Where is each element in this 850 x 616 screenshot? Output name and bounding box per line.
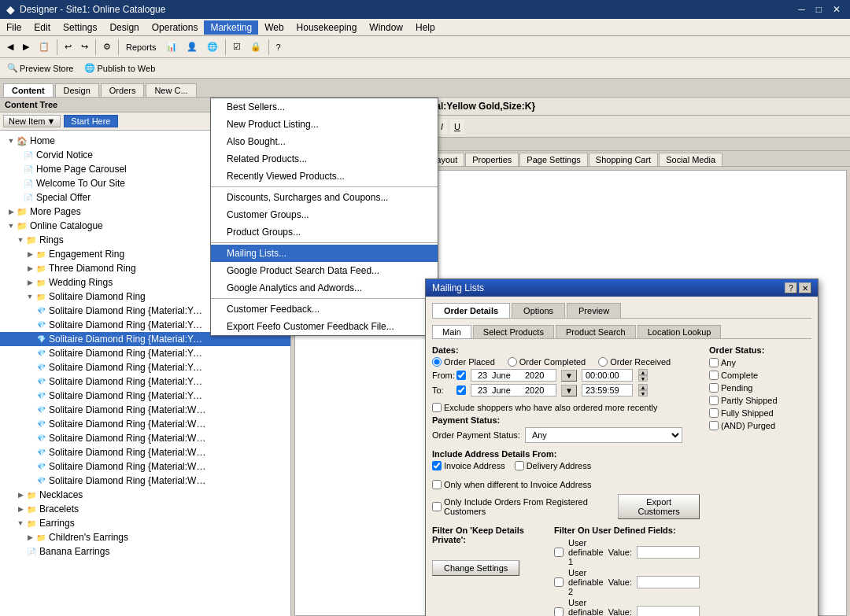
toolbar-copy[interactable]: 📋 [35,39,54,54]
toolbar-undo[interactable]: ↩ [61,39,76,54]
subtab-shopping-cart[interactable]: Shopping Cart [589,153,658,166]
to-calendar-btn[interactable]: ▼ [561,385,577,397]
close-btn[interactable]: ✕ [830,4,844,15]
menu-best-sellers[interactable]: Best Sellers... [211,98,438,116]
format-underline[interactable]: U [450,120,464,134]
menu-customer-feedback[interactable]: Customer Feedback... [211,301,438,318]
menu-export-feefo[interactable]: Export Feefo Customer Feedback File... [211,318,438,335]
radio-order-placed[interactable]: Order Placed [432,357,495,367]
to-checkbox[interactable] [456,385,466,395]
publish-to-web-btn[interactable]: 🌐 Publish to Web [80,61,159,76]
tree-item-sol-9[interactable]: 💎 Solitaire Diamond Ring {Material:White… [0,417,290,431]
to-month-input[interactable] [492,385,523,395]
toolbar-reports[interactable]: Reports [122,40,161,54]
from-calendar-btn[interactable]: ▼ [561,370,577,382]
tab-design[interactable]: Design [55,83,99,97]
subtab-page-settings[interactable]: Page Settings [519,153,588,166]
tree-item-sol-12[interactable]: 💎 Solitaire Diamond Ring {Material:White… [0,459,290,474]
toolbar-settings[interactable]: ⚙ [99,39,115,54]
status-complete-checkbox[interactable] [709,371,719,380]
menu-help[interactable]: Help [409,20,442,35]
payment-status-select[interactable]: Any [525,427,682,443]
dialog-tab-preview[interactable]: Preview [567,303,621,318]
status-complete-label[interactable]: Complete [709,371,811,380]
value-input-1[interactable] [637,546,700,559]
status-fully-shipped-checkbox[interactable] [709,408,719,418]
user-def-1-checkbox[interactable] [554,548,564,557]
expand-icon-wedding[interactable]: ▶ [25,278,35,287]
toolbar-help[interactable]: ? [272,40,285,54]
maximize-btn[interactable]: □ [813,4,825,15]
expand-icon-necklaces[interactable]: ▶ [16,490,25,500]
only-registered-checkbox[interactable] [432,502,442,511]
menu-google-analytics[interactable]: Google Analytics and Adwords... [211,279,438,297]
status-any-label[interactable]: Any [709,358,811,367]
invoice-address-label[interactable]: Invoice Address [432,461,505,470]
status-fully-shipped-label[interactable]: Fully Shipped [709,408,811,418]
status-any-checkbox[interactable] [709,358,719,367]
status-and-purged-label[interactable]: (AND) Purged [709,421,811,430]
only-when-different-checkbox[interactable] [432,480,442,489]
value-input-3[interactable] [637,606,700,616]
expand-icon-rings[interactable]: ▼ [16,235,25,245]
from-time-input[interactable] [586,371,629,380]
exclude-checkbox[interactable] [432,403,442,412]
tree-item-sol-13[interactable]: 💎 Solitaire Diamond Ring {Material:White… [0,474,290,488]
from-time-up[interactable]: ▲ [638,369,648,375]
dialog-subtab-location-lookup[interactable]: Location Lookup [638,325,722,338]
radio-order-completed-input[interactable] [508,357,517,367]
menu-design[interactable]: Design [103,20,145,35]
to-time-input[interactable] [586,385,629,395]
subtab-properties[interactable]: Properties [465,153,519,166]
radio-order-completed[interactable]: Order Completed [508,357,586,367]
tree-item-bracelets[interactable]: ▶ 📁 Bracelets [0,502,290,516]
menu-mailing-lists[interactable]: Mailing Lists... [211,245,438,262]
tree-item-sol-10[interactable]: 💎 Solitaire Diamond Ring {Material:White… [0,431,290,445]
tree-item-sol-6[interactable]: 💎 Solitaire Diamond Ring {Material:Yello… [0,374,290,389]
menu-google-feed[interactable]: Google Product Search Data Feed... [211,262,438,279]
status-partly-shipped-checkbox[interactable] [709,396,719,405]
menu-marketing[interactable]: Marketing [204,20,258,35]
expand-icon-solitaire[interactable]: ▼ [25,292,35,301]
expand-icon-home[interactable]: ▼ [6,136,16,146]
menu-product-groups[interactable]: Product Groups... [211,223,438,241]
tree-item-sol-8[interactable]: 💎 Solitaire Diamond Ring {Material:White… [0,403,290,417]
user-def-2-checkbox[interactable] [554,577,564,587]
start-here-button[interactable]: Start Here [64,115,117,127]
dialog-close-btn[interactable]: ✕ [799,282,811,293]
preview-store-btn[interactable]: 🔍 Preview Store [3,61,77,76]
status-and-purged-checkbox[interactable] [709,421,719,430]
dialog-subtab-product-search[interactable]: Product Search [556,325,636,338]
radio-order-received[interactable]: Order Received [598,357,671,367]
dialog-tab-order-details[interactable]: Order Details [432,303,510,318]
radio-order-received-input[interactable] [598,357,608,367]
toolbar-chart[interactable]: 📊 [162,39,181,54]
from-month-input[interactable] [492,371,523,380]
expand-icon-bracelets[interactable]: ▶ [16,504,25,514]
minimize-btn[interactable]: ─ [795,4,808,15]
from-year-input[interactable] [525,371,552,380]
menu-discounts[interactable]: Discounts, Surcharges and Coupons... [211,189,438,206]
dialog-subtab-main[interactable]: Main [432,325,471,338]
expand-icon-catalogue[interactable]: ▼ [6,221,16,231]
to-day-input[interactable] [475,385,490,395]
menu-web[interactable]: Web [258,20,290,35]
expand-icon-more[interactable]: ▶ [6,207,16,216]
change-settings-btn[interactable]: Change Settings [432,560,519,576]
invoice-address-checkbox[interactable] [432,461,442,470]
tab-content[interactable]: Content [3,83,54,97]
menu-operations[interactable]: Operations [146,20,205,35]
menu-file[interactable]: File [0,20,28,35]
status-pending-checkbox[interactable] [709,383,719,393]
only-when-different-label[interactable]: Only when different to Invoice Address [432,480,592,489]
status-pending-label[interactable]: Pending [709,383,811,393]
status-partly-shipped-label[interactable]: Partly Shipped [709,396,811,405]
tree-item-childrens[interactable]: ▶ 📁 Children's Earrings [0,530,290,544]
toolbar-check[interactable]: ☑ [229,39,245,54]
exclude-label[interactable]: Exclude shoppers who have also ordered m… [432,403,700,412]
menu-housekeeping[interactable]: Housekeeping [290,20,364,35]
menu-new-product-listing[interactable]: New Product Listing... [211,116,438,133]
dialog-subtab-select-products[interactable]: Select Products [473,325,554,338]
delivery-address-checkbox[interactable] [515,461,524,470]
to-time-dn[interactable]: ▼ [638,390,648,397]
